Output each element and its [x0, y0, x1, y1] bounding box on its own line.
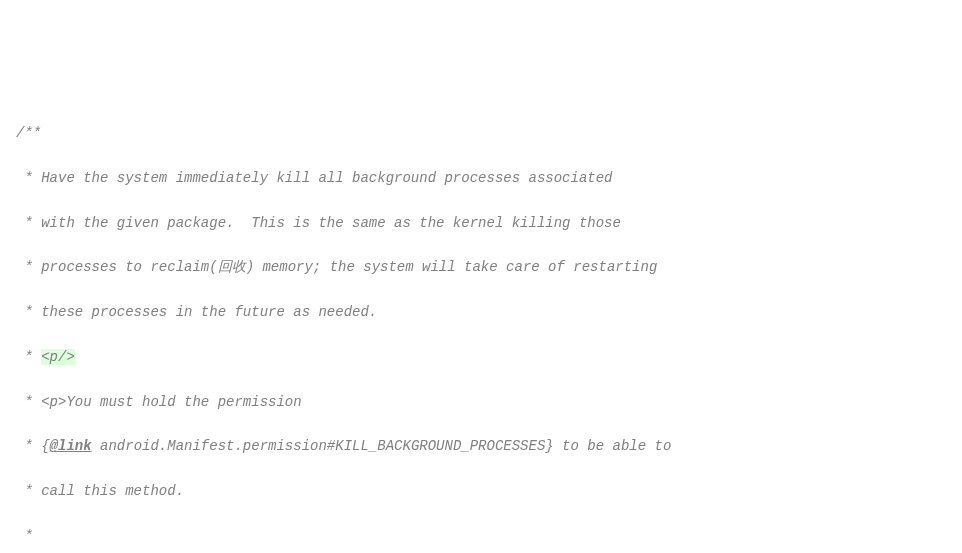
code-editor: /** * Have the system immediately kill a… [0, 100, 962, 553]
javadoc-line: * [0, 525, 962, 547]
javadoc-line: * processes to reclaim(回收) memory; the s… [0, 256, 962, 278]
javadoc-line: * Have the system immediately kill all b… [0, 167, 962, 189]
javadoc-p-tag: <p/> [41, 349, 75, 365]
javadoc-line: * with the given package. This is the sa… [0, 212, 962, 234]
javadoc-line: * these processes in the future as neede… [0, 301, 962, 323]
javadoc-link-tag: @link [50, 438, 92, 454]
javadoc-line: * call this method. [0, 480, 962, 502]
javadoc-line: * <p/> [0, 346, 962, 368]
javadoc-start: /** [0, 122, 962, 144]
javadoc-line: * <p>You must hold the permission [0, 391, 962, 413]
javadoc-line: * {@link android.Manifest.permission#KIL… [0, 435, 962, 457]
